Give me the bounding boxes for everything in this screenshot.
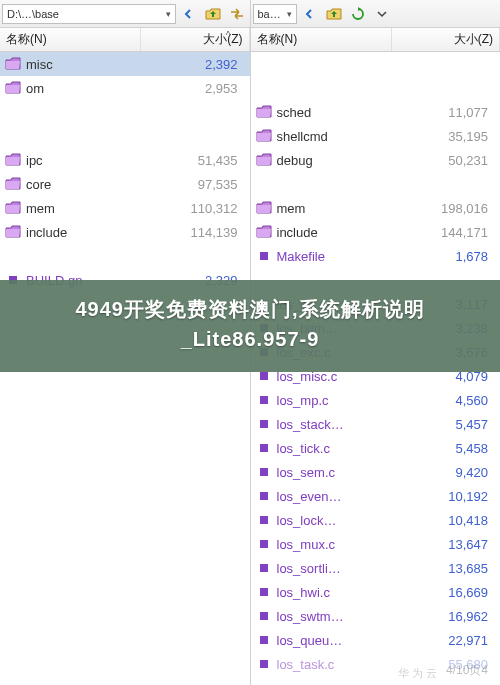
item-name: los_tick.c (277, 441, 399, 456)
sort-indicator-icon: ^ (226, 30, 231, 41)
list-item[interactable]: los_mux.c13,647 (251, 532, 501, 556)
folder-icon (4, 57, 22, 71)
svg-rect-11 (260, 516, 268, 524)
item-name: sched (277, 105, 399, 120)
svg-rect-6 (260, 396, 268, 404)
item-name: los_stack… (277, 417, 399, 432)
folder-icon (255, 201, 273, 215)
item-name: core (26, 177, 148, 192)
list-item[interactable]: mem198,016 (251, 196, 501, 220)
list-item[interactable]: los_mp.c4,560 (251, 388, 501, 412)
file-icon (255, 467, 273, 477)
file-icon (255, 419, 273, 429)
item-size: 5,458 (398, 441, 496, 456)
file-icon (255, 491, 273, 501)
item-name: ipc (26, 153, 148, 168)
file-icon (255, 659, 273, 669)
item-size: 1,678 (398, 249, 496, 264)
list-item[interactable]: ipc51,435 (0, 148, 250, 172)
left-headers: 名称(N) ^大小(Z) (0, 28, 250, 52)
item-size: 198,016 (398, 201, 496, 216)
item-size: 9,420 (398, 465, 496, 480)
list-item[interactable]: los_queu…22,971 (251, 628, 501, 652)
list-item[interactable]: los_even…10,192 (251, 484, 501, 508)
item-name: los_mp.c (277, 393, 399, 408)
folder-icon (4, 201, 22, 215)
list-item[interactable]: mem110,312 (0, 196, 250, 220)
svg-rect-15 (260, 612, 268, 620)
item-size: 16,669 (398, 585, 496, 600)
up-folder-button[interactable] (202, 3, 224, 25)
list-item[interactable]: los_swtm…16,962 (251, 604, 501, 628)
svg-rect-9 (260, 468, 268, 476)
folder-icon (4, 225, 22, 239)
list-item[interactable]: los_hwi.c16,669 (251, 580, 501, 604)
list-item[interactable]: los_sortli…13,685 (251, 556, 501, 580)
list-item[interactable]: sched11,077 (251, 100, 501, 124)
item-name: los_hwi.c (277, 585, 399, 600)
back-button[interactable] (178, 3, 200, 25)
svg-rect-10 (260, 492, 268, 500)
file-icon (255, 443, 273, 453)
refresh-button[interactable] (347, 3, 369, 25)
item-size: 4,560 (398, 393, 496, 408)
svg-rect-12 (260, 540, 268, 548)
list-item[interactable]: core97,535 (0, 172, 250, 196)
right-path-box[interactable]: ba… ▾ (253, 4, 297, 24)
svg-rect-7 (260, 420, 268, 428)
list-item[interactable]: include144,171 (251, 220, 501, 244)
list-item[interactable]: misc2,392 (0, 52, 250, 76)
folder-icon (255, 129, 273, 143)
right-path-text: ba… (258, 8, 281, 20)
file-icon (255, 587, 273, 597)
list-item[interactable]: Makefile1,678 (251, 244, 501, 268)
svg-rect-5 (260, 372, 268, 380)
overlay-line1: 4949开奖免费资料澳门,系统解析说明 (10, 294, 490, 324)
file-icon (255, 635, 273, 645)
overlay-line2: _Lite86.957-9 (10, 324, 490, 354)
list-item[interactable]: los_lock…10,418 (251, 508, 501, 532)
list-item[interactable]: om2,953 (0, 76, 250, 100)
item-name: om (26, 81, 148, 96)
overlay-banner: 4949开奖免费资料澳门,系统解析说明 _Lite86.957-9 (0, 280, 500, 372)
list-item[interactable]: include114,139 (0, 220, 250, 244)
item-name: los_sortli… (277, 561, 399, 576)
up-folder-button[interactable] (323, 3, 345, 25)
folder-icon (4, 81, 22, 95)
folder-icon (255, 153, 273, 167)
header-size[interactable]: ^大小(Z) (141, 28, 249, 51)
left-path-box[interactable]: D:\…\base ▾ (2, 4, 176, 24)
item-name: los_swtm… (277, 609, 399, 624)
list-item[interactable]: shellcmd35,195 (251, 124, 501, 148)
file-icon (255, 563, 273, 573)
folder-icon (255, 225, 273, 239)
header-size[interactable]: 大小(Z) (392, 28, 500, 51)
file-icon (255, 515, 273, 525)
folder-icon (4, 153, 22, 167)
watermark-page: 4/10页4 (446, 662, 488, 679)
file-icon (255, 539, 273, 549)
swap-button[interactable] (226, 3, 248, 25)
menu-button[interactable] (371, 3, 393, 25)
svg-rect-1 (260, 252, 268, 260)
svg-rect-8 (260, 444, 268, 452)
list-item[interactable]: los_sem.c9,420 (251, 460, 501, 484)
list-item[interactable]: los_stack…5,457 (251, 412, 501, 436)
item-name: mem (277, 201, 399, 216)
item-size: 114,139 (148, 225, 246, 240)
item-name: los_sem.c (277, 465, 399, 480)
list-item[interactable]: los_tick.c5,458 (251, 436, 501, 460)
file-icon (255, 611, 273, 621)
svg-rect-17 (260, 660, 268, 668)
right-toolbar: ba… ▾ (251, 0, 501, 28)
item-name: misc (26, 57, 148, 72)
item-size: 110,312 (148, 201, 246, 216)
item-size: 13,647 (398, 537, 496, 552)
header-name[interactable]: 名称(N) (0, 28, 141, 51)
right-headers: 名称(N) 大小(Z) (251, 28, 501, 52)
back-button[interactable] (299, 3, 321, 25)
item-size: 5,457 (398, 417, 496, 432)
item-size: 50,231 (398, 153, 496, 168)
header-name[interactable]: 名称(N) (251, 28, 392, 51)
list-item[interactable]: debug50,231 (251, 148, 501, 172)
